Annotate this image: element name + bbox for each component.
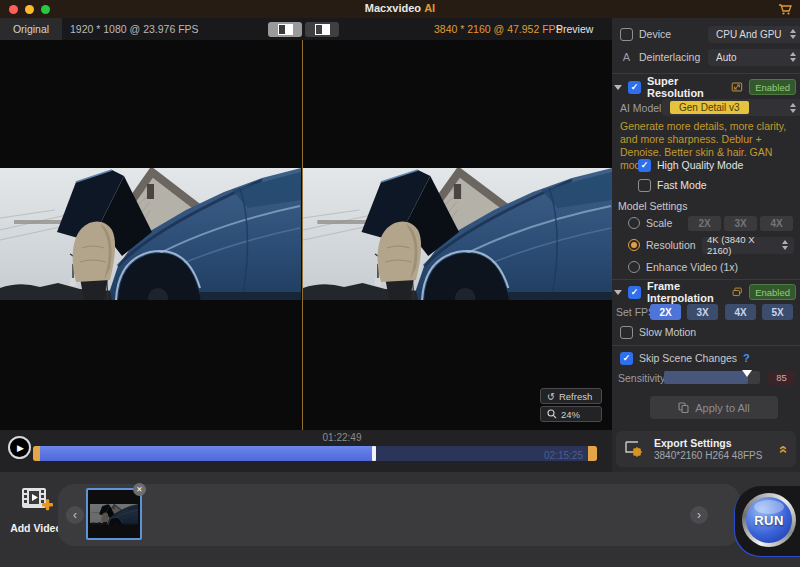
fast-mode-row[interactable]: Fast Mode <box>638 178 796 192</box>
enhance-radio[interactable] <box>628 261 640 273</box>
scroll-right-button[interactable]: › <box>690 506 708 524</box>
refresh-icon: ↺ <box>547 391 555 402</box>
frame-interpolation-status-badge: Enabled <box>749 284 796 300</box>
timeline-panel: ▶ 01:22:49 02:15:25 <box>0 430 612 472</box>
split-view-toggle-left[interactable] <box>268 22 302 37</box>
run-button[interactable]: RUN <box>742 493 796 547</box>
scale-row: Scale 2X 3X 4X <box>628 215 796 231</box>
trim-handle-left[interactable] <box>33 446 40 461</box>
model-settings-row: Model Settings <box>618 199 796 212</box>
clip-thumbnail-frame <box>90 504 138 525</box>
ai-model-select[interactable]: Gen Detail v3 <box>662 99 800 116</box>
device-label: Device <box>639 28 671 40</box>
scale-radio[interactable] <box>628 217 640 229</box>
magnifier-icon <box>547 409 557 419</box>
frame-interpolation-checkbox[interactable]: ✓ <box>628 286 641 299</box>
fast-mode-label: Fast Mode <box>657 179 707 191</box>
refresh-button[interactable]: ↺ Refresh <box>540 388 602 404</box>
frames-icon[interactable] <box>732 285 743 299</box>
add-video-button[interactable]: Add Video <box>10 486 62 534</box>
settings-sidebar: Device CPU And GPU A Deinterlacing Auto … <box>612 18 800 472</box>
disclosure-triangle-icon[interactable] <box>614 85 622 90</box>
scale-label: Scale <box>646 217 672 229</box>
enhance-label: Enhance Video (1x) <box>646 261 738 273</box>
export-settings-panel[interactable]: Export Settings 3840*2160 H264 48FPS « <box>616 431 796 467</box>
high-quality-checkbox[interactable]: ✓ <box>638 159 651 172</box>
fps-2x-button[interactable]: 2X <box>650 304 681 320</box>
playhead[interactable] <box>372 446 376 461</box>
super-resolution-header: ✓ Super Resolution Enabled <box>614 79 796 95</box>
split-view-icon <box>278 24 293 35</box>
add-video-icon <box>18 486 54 514</box>
frame-interpolation-header: ✓ Frame Interpolation Enabled <box>614 284 796 300</box>
sensitivity-fill <box>664 371 748 384</box>
deinterlacing-select[interactable]: Auto <box>708 49 800 66</box>
compare-divider[interactable] <box>302 40 303 430</box>
sensitivity-slider[interactable] <box>664 371 760 384</box>
disclosure-triangle-icon[interactable] <box>614 290 622 295</box>
divider <box>612 345 800 346</box>
app-window: Macxvideo AI Original 1920 * 1080 @ 23.9… <box>0 0 800 567</box>
high-quality-label: High Quality Mode <box>657 159 743 171</box>
sensitivity-row: Sensitivity 85 <box>618 370 796 385</box>
slow-motion-checkbox[interactable] <box>620 326 633 339</box>
resolution-radio[interactable] <box>628 239 640 251</box>
enhance-row: Enhance Video (1x) <box>628 259 796 275</box>
sensitivity-value: 85 <box>768 371 795 385</box>
scroll-left-button[interactable]: ‹ <box>66 506 84 524</box>
device-select[interactable]: CPU And GPU <box>708 26 800 43</box>
sensitivity-handle[interactable] <box>742 370 752 377</box>
original-video-frame <box>0 168 301 300</box>
slow-motion-row[interactable]: Slow Motion <box>620 325 796 339</box>
high-quality-row[interactable]: ✓ High Quality Mode <box>638 158 796 172</box>
deinterlace-icon: A <box>620 51 633 63</box>
resolution-select[interactable]: 4K (3840 X 2160) <box>702 237 794 254</box>
close-icon: ✕ <box>136 485 142 494</box>
upscale-icon[interactable] <box>731 80 743 94</box>
scale-3x-button[interactable]: 3X <box>724 216 757 231</box>
frame-interpolation-title: Frame Interpolation <box>647 280 720 304</box>
end-time: 02:15:25 <box>544 448 583 461</box>
timeline-track[interactable]: 02:15:25 <box>33 446 597 461</box>
deinterlacing-label: Deinterlacing <box>639 51 700 63</box>
fps-4x-button[interactable]: 4X <box>725 304 756 320</box>
clip-tray: ‹ ✕ › <box>58 484 740 546</box>
title-bar: Macxvideo AI <box>0 0 800 18</box>
scale-2x-button[interactable]: 2X <box>688 216 721 231</box>
chevron-left-icon: ‹ <box>73 509 77 521</box>
fps-5x-button[interactable]: 5X <box>762 304 793 320</box>
super-resolution-status-badge: Enabled <box>749 79 796 95</box>
export-settings-summary: 3840*2160 H264 48FPS <box>654 450 762 461</box>
play-button[interactable]: ▶ <box>8 436 31 459</box>
set-fps-row: Set FPS 2X 3X 4X 5X <box>616 304 796 320</box>
fast-mode-checkbox[interactable] <box>638 179 651 192</box>
apply-to-all-button[interactable]: Apply to All <box>650 396 778 419</box>
stepper-icon <box>780 240 790 250</box>
skip-scene-label: Skip Scene Changes <box>639 352 737 364</box>
divider <box>612 73 800 74</box>
stepper-icon <box>788 29 798 39</box>
trim-handle-right[interactable] <box>588 446 597 461</box>
clip-thumbnail[interactable]: ✕ <box>86 488 142 540</box>
scale-4x-button[interactable]: 4X <box>760 216 793 231</box>
timeline-progress <box>40 446 372 461</box>
remove-clip-button[interactable]: ✕ <box>133 483 146 496</box>
stepper-icon <box>788 103 798 113</box>
device-row: Device CPU And GPU <box>620 25 796 43</box>
zoom-level-button[interactable]: 24% <box>540 406 602 422</box>
sensitivity-label: Sensitivity <box>618 372 665 384</box>
split-view-toggle-right[interactable] <box>305 22 339 37</box>
skip-scene-row[interactable]: ✓ Skip Scene Changes ? <box>620 351 796 365</box>
collapse-chevrons-icon[interactable]: « <box>775 445 792 453</box>
help-icon[interactable]: ? <box>743 352 750 364</box>
skip-scene-checkbox[interactable]: ✓ <box>620 352 633 365</box>
cart-icon[interactable] <box>778 4 792 15</box>
app-title: Macxvideo AI <box>0 2 800 14</box>
resolution-label: Resolution <box>646 239 696 251</box>
fps-3x-button[interactable]: 3X <box>687 304 718 320</box>
video-preview-stage: ↺ Refresh 24% <box>0 40 612 430</box>
super-resolution-checkbox[interactable]: ✓ <box>628 81 641 94</box>
model-settings-label: Model Settings <box>618 200 687 212</box>
stepper-icon <box>788 52 798 62</box>
device-checkbox[interactable] <box>620 28 633 41</box>
